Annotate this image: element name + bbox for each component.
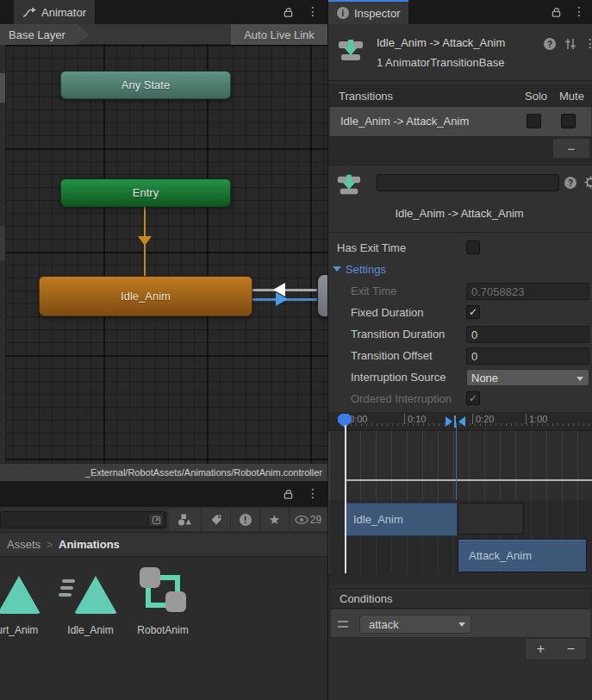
mute-checkbox[interactable] <box>561 114 576 128</box>
kebab-menu-icon[interactable] <box>573 4 585 20</box>
timeline-block-idle[interactable]: Idle_Anim <box>344 503 458 536</box>
file-item[interactable]: Idle_Anim <box>62 564 119 636</box>
kebab-menu-icon[interactable] <box>307 486 319 502</box>
node-any-state[interactable]: Any State <box>60 71 231 99</box>
breadcrumb-base-layer[interactable]: Base Layer <box>0 24 90 45</box>
search-input[interactable] <box>4 513 142 527</box>
transitions-list-header: Transitions Solo Mute <box>328 84 592 107</box>
node-idle-anim[interactable]: Idle_Anim <box>39 276 252 316</box>
solo-checkbox[interactable] <box>527 114 541 128</box>
gear-icon[interactable] <box>584 176 592 189</box>
timeline-block-attack[interactable]: Attack_Anim <box>458 539 587 572</box>
file-label: Hurt_Anim <box>0 624 42 636</box>
mute-column-label: Mute <box>559 90 584 103</box>
search-jump-icon[interactable] <box>148 513 164 527</box>
state-machine-graph[interactable]: Any State Entry Idle_Anim <box>0 45 327 464</box>
animator-layerbar: Base Layer Auto Live Link <box>0 24 327 45</box>
exit-time-field[interactable]: 0.7058823 <box>466 283 589 300</box>
add-condition-button[interactable]: + <box>526 639 556 659</box>
solo-column-label: Solo <box>525 90 547 103</box>
inspector-tabbar: Inspector <box>328 0 592 24</box>
clipped-panel-edge <box>0 73 5 103</box>
condition-row[interactable]: attack <box>330 609 591 638</box>
breadcrumb-animations[interactable]: Animations <box>59 538 120 551</box>
transition-name-input[interactable] <box>377 174 559 191</box>
transition-end-handle[interactable] <box>458 416 465 427</box>
ordered-interruption-label: Ordered Interruption <box>351 392 452 405</box>
has-exit-time-checkbox[interactable] <box>466 241 480 254</box>
animator-icon <box>22 7 36 18</box>
has-exit-time-row: Has Exit Time <box>328 240 592 257</box>
interruption-source-value: None <box>471 372 498 384</box>
transition-icon <box>337 36 365 64</box>
remove-condition-button[interactable]: − <box>556 639 586 659</box>
remove-transition-button[interactable]: − <box>552 138 590 159</box>
timeline-curve-area <box>328 431 592 500</box>
hidden-count-button[interactable]: 29 <box>290 509 327 531</box>
presets-icon[interactable] <box>564 38 576 50</box>
console-warning-button[interactable] <box>231 509 260 531</box>
fixed-duration-row: Fixed Duration <box>328 304 592 322</box>
timeline-block-idle-tail[interactable] <box>458 503 524 534</box>
kebab-menu-icon[interactable] <box>584 36 592 52</box>
tab-inspector[interactable]: Inspector <box>328 0 408 24</box>
favorites-button[interactable]: ★ <box>260 509 290 531</box>
clipped-panel-edge <box>0 226 5 260</box>
transition-line-attack-to-idle[interactable] <box>252 289 321 291</box>
file-label: RobotAnim <box>134 624 191 636</box>
filter-by-label-button[interactable] <box>202 509 231 531</box>
transition-start-handle[interactable] <box>446 416 452 427</box>
conditions-header: Conditions <box>330 588 591 609</box>
tab-inspector-label: Inspector <box>354 7 400 20</box>
ordered-interruption-checkbox[interactable] <box>466 391 480 405</box>
lock-icon[interactable] <box>283 488 295 500</box>
file-item[interactable]: RobotAnim <box>134 564 191 636</box>
fixed-duration-checkbox[interactable] <box>466 305 480 319</box>
tab-animator-label: Animator <box>41 6 86 19</box>
lock-icon[interactable] <box>551 6 563 18</box>
animator-tabbar: Animator <box>0 0 327 24</box>
search-field[interactable] <box>0 511 166 528</box>
transition-row-label: Idle_Anim -> Attack_Anim <box>340 115 469 128</box>
transition-duration-field[interactable]: 0 <box>466 326 589 343</box>
tab-animator[interactable]: Animator <box>14 0 95 24</box>
kebab-menu-icon[interactable] <box>307 4 319 20</box>
transition-list-row-selected[interactable]: Idle_Anim -> Attack_Anim <box>330 107 591 136</box>
settings-label: Settings <box>346 263 386 276</box>
exit-time-row: Exit Time 0.7058823 <box>328 283 592 300</box>
help-icon[interactable] <box>564 177 576 189</box>
auto-live-link-button[interactable]: Auto Live Link <box>231 24 327 45</box>
filter-by-type-button[interactable] <box>169 509 202 531</box>
interruption-source-dropdown[interactable]: None <box>466 369 589 386</box>
star-icon: ★ <box>269 512 280 528</box>
node-attack-anim-clipped[interactable] <box>317 274 327 317</box>
transition-name-block: Idle_Anim -> Attack_Anim <box>328 166 592 233</box>
transition-offset-row: Transition Offset 0 <box>328 347 592 365</box>
tick-label: 0:20 <box>472 414 494 424</box>
settings-foldout[interactable]: Settings <box>328 261 592 278</box>
transition-offset-field[interactable]: 0 <box>466 347 589 365</box>
tick-label: 1:00 <box>526 414 547 424</box>
conditions-list-buttons: + − <box>525 638 587 660</box>
conditions-section: Conditions attack + − <box>328 584 592 700</box>
animation-clip-icon <box>0 564 42 619</box>
tick-label: 0:10 <box>404 414 426 424</box>
condition-parameter-dropdown[interactable]: attack <box>359 615 471 634</box>
project-toolbar: ★ 29 <box>0 507 327 533</box>
transition-timeline[interactable]: 0:00 0:10 0:20 1:00 Idle_Anim Attack_Ani… <box>328 412 592 584</box>
file-item[interactable]: Hurt_Anim <box>0 564 42 636</box>
conditions-title: Conditions <box>340 592 392 605</box>
playhead-line[interactable] <box>345 425 346 573</box>
timeline-block-label: Attack_Anim <box>469 549 532 562</box>
lock-icon[interactable] <box>283 6 295 18</box>
project-breadcrumb: Assets > Animations <box>0 533 327 557</box>
transition-header: Idle_Anim -> Attack_Anim 1 AnimatorTrans… <box>328 24 592 81</box>
timeline-ruler[interactable]: 0:00 0:10 0:20 1:00 <box>328 412 592 431</box>
transition-time-marker-line <box>456 422 457 500</box>
animator-panel: Animator Base Layer Auto Live Link <box>0 0 327 481</box>
help-icon[interactable] <box>544 38 556 50</box>
info-icon <box>337 7 349 19</box>
breadcrumb-assets[interactable]: Assets <box>7 538 41 551</box>
drag-handle-icon[interactable] <box>338 621 348 628</box>
node-entry[interactable]: Entry <box>60 178 231 207</box>
